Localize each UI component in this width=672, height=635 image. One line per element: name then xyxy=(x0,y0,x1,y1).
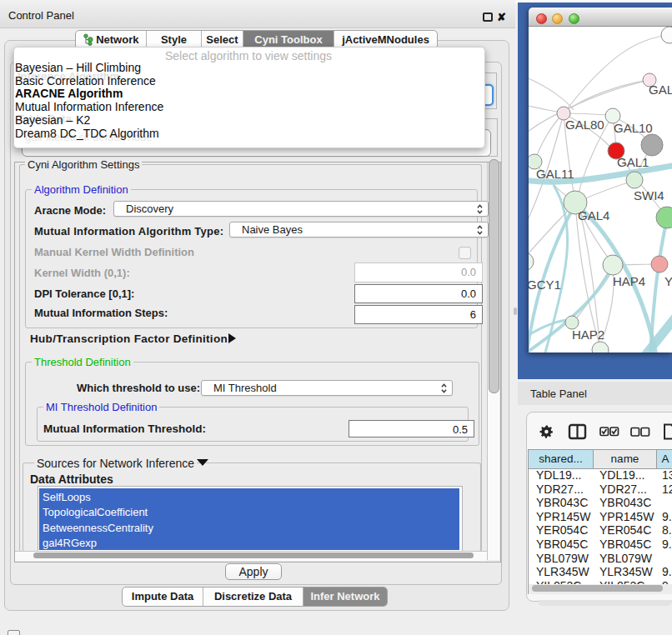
svg-text:HAP2: HAP2 xyxy=(572,328,604,342)
svg-text:SWI4: SWI4 xyxy=(634,188,664,202)
svg-text:GAL4: GAL4 xyxy=(578,208,609,222)
svg-text:GAL11: GAL11 xyxy=(536,167,574,181)
svg-text:YE: YE xyxy=(664,274,672,288)
svg-text:GAL2: GAL2 xyxy=(649,82,672,97)
svg-text:GAL80: GAL80 xyxy=(565,118,604,132)
svg-text:HAP4: HAP4 xyxy=(613,274,645,288)
svg-text:GCY1: GCY1 xyxy=(529,278,561,292)
svg-text:GAL1: GAL1 xyxy=(617,155,649,169)
svg-text:GAL10: GAL10 xyxy=(614,121,653,135)
